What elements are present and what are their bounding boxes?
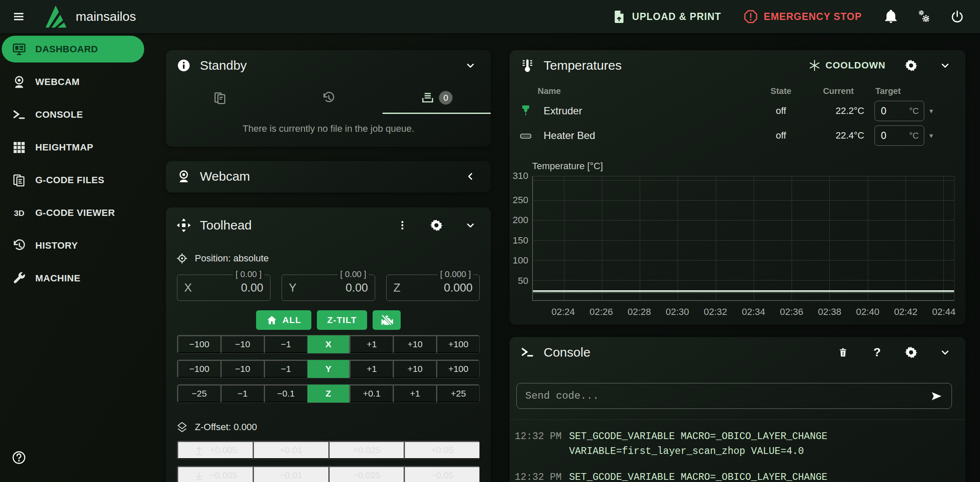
jog-y-button[interactable]: +1 xyxy=(350,360,393,378)
crosshairs-gps-icon xyxy=(176,252,188,264)
jog-z-button[interactable]: −0.1 xyxy=(264,385,308,403)
z-offset-down-button[interactable]: −0.025 xyxy=(329,466,405,482)
trash-icon[interactable] xyxy=(835,344,852,361)
arrow-down-to-line-icon xyxy=(194,470,205,481)
z-offset-down-button[interactable]: −0.01 xyxy=(253,466,329,482)
jog-y-button[interactable]: −100 xyxy=(177,360,221,378)
menu-icon[interactable] xyxy=(7,5,31,28)
z-position-field[interactable]: [ 0.000 ] Z 0.000 xyxy=(386,275,480,301)
console-input[interactable] xyxy=(525,390,929,402)
history-icon xyxy=(322,91,336,105)
jog-z-button[interactable]: +25 xyxy=(436,385,479,403)
sidebar-item-gcode-files[interactable]: G-CODE FILES xyxy=(0,167,144,193)
collapse-chevron-down-icon[interactable] xyxy=(937,344,954,361)
motors-off-button[interactable] xyxy=(373,310,401,330)
heater-bed-icon xyxy=(519,129,538,142)
console-icon xyxy=(11,107,26,122)
tab-files[interactable] xyxy=(166,86,274,110)
jog-y-button[interactable]: +100 xyxy=(436,360,479,378)
jog-x-button[interactable]: −1 xyxy=(264,335,308,353)
collapse-chevron-down-icon[interactable] xyxy=(462,57,479,74)
topbar: mainsailos UPLOAD & PRINT EMERGENCY STOP xyxy=(0,0,980,33)
sidebar-item-label: DASHBOARD xyxy=(35,44,98,55)
sidebar-item-history[interactable]: HISTORY xyxy=(0,232,144,259)
z-offset-up-button[interactable]: +0.025 xyxy=(329,441,405,459)
log-timestamp: 12:32 PM xyxy=(515,429,569,459)
expand-chevron-left-icon[interactable] xyxy=(462,168,479,185)
thermometer-icon xyxy=(520,58,535,73)
jog-z-button[interactable]: +0.1 xyxy=(350,385,393,403)
jog-z-button[interactable]: −25 xyxy=(177,385,221,403)
send-icon[interactable] xyxy=(929,389,944,403)
upload-and-print-button[interactable]: UPLOAD & PRINT xyxy=(612,10,721,24)
gear-icon[interactable] xyxy=(903,344,920,361)
notifications-bell-icon[interactable] xyxy=(879,5,903,28)
sidebar-item-label: WEBCAM xyxy=(35,77,80,88)
emergency-stop-button[interactable]: EMERGENCY STOP xyxy=(744,9,862,24)
sidebar-item-gcode-viewer[interactable]: 3D G-CODE VIEWER xyxy=(0,199,144,226)
console-log: 12:32 PM SET_GCODE_VARIABLE MACRO=_OBICO… xyxy=(510,420,966,482)
jog-x-button[interactable]: +100 xyxy=(436,335,479,353)
snowflake-icon xyxy=(809,60,820,71)
collapse-chevron-down-icon[interactable] xyxy=(462,217,479,234)
jog-x-button[interactable]: −100 xyxy=(177,335,221,353)
sidebar-item-label: G-CODE VIEWER xyxy=(35,207,115,218)
power-icon[interactable] xyxy=(945,5,969,28)
chart-x-axis: 02:24 02:26 02:28 02:30 02:32 02:34 02:3… xyxy=(532,306,954,318)
sidebar-item-machine[interactable]: MACHINE xyxy=(0,265,144,292)
jog-x-button[interactable]: +1 xyxy=(350,335,393,353)
z-offset-down-button[interactable]: −0.05 xyxy=(404,466,479,482)
queue-count-badge: 0 xyxy=(439,91,453,105)
extruder-target-input[interactable]: 0 °C xyxy=(875,101,924,121)
gear-icon[interactable] xyxy=(428,217,445,234)
sidebar-item-webcam[interactable]: WEBCAM xyxy=(0,68,144,95)
webcam-panel: Webcam xyxy=(166,161,491,193)
extruder-target-dropdown-icon[interactable]: ▾ xyxy=(929,107,933,115)
jog-z-button[interactable]: +1 xyxy=(393,385,436,403)
sidebar-item-dashboard[interactable]: DASHBOARD xyxy=(2,36,144,62)
console-panel: Console ? 12:32 PM SET_GCODE_VARIABLE MA… xyxy=(510,337,966,482)
tab-job-queue[interactable]: 0 xyxy=(382,86,491,110)
log-message: SET_GCODE_VARIABLE MACRO=_OBICO_LAYER_CH… xyxy=(569,470,955,482)
kebab-menu-icon[interactable] xyxy=(394,217,411,234)
tab-history[interactable] xyxy=(274,86,383,110)
z-offset-up-button[interactable]: +0.005 xyxy=(177,441,253,459)
brand-name: mainsailos xyxy=(76,9,136,24)
bed-target-dropdown-icon[interactable]: ▾ xyxy=(929,131,933,140)
webcam-icon xyxy=(11,74,26,89)
jog-y-button[interactable]: −1 xyxy=(264,360,308,378)
z-offset-down-button[interactable]: −0.005 xyxy=(177,466,253,482)
jog-y-button[interactable]: −10 xyxy=(221,360,264,378)
z-offset-up-button[interactable]: +0.05 xyxy=(404,441,479,459)
sidebar-item-label: G-CODE FILES xyxy=(35,175,104,186)
y-position-field[interactable]: [ 0.00 ] Y 0.00 xyxy=(282,275,375,301)
help-question-icon[interactable]: ? xyxy=(869,344,886,361)
layers-icon xyxy=(176,421,188,433)
x-position-field[interactable]: [ 0.00 ] X 0.00 xyxy=(177,275,271,301)
help-circle-icon[interactable] xyxy=(11,450,26,465)
heater-table-header: Name State Current Target xyxy=(510,83,966,99)
bed-target-input[interactable]: 0 °C xyxy=(875,125,924,146)
chart-title: Temperature [°C] xyxy=(532,161,603,172)
home-all-button[interactable]: ALL xyxy=(256,310,311,330)
gear-icon[interactable] xyxy=(903,57,920,74)
status-tabs: 0 xyxy=(166,86,491,110)
log-timestamp: 12:32 PM xyxy=(515,470,569,482)
home-icon xyxy=(266,315,277,326)
machine-settings-cogs-icon[interactable] xyxy=(912,5,936,28)
collapse-chevron-down-icon[interactable] xyxy=(937,57,954,74)
jog-y-button[interactable]: +10 xyxy=(393,360,436,378)
sidebar-item-heightmap[interactable]: HEIGHTMAP xyxy=(0,134,144,161)
jog-x-button[interactable]: +10 xyxy=(393,335,436,353)
z-offset-label: Z-Offset: 0.000 xyxy=(195,422,257,433)
cooldown-button[interactable]: COOLDOWN xyxy=(809,60,886,71)
z-tilt-button[interactable]: Z-TILT xyxy=(317,310,367,330)
sidebar-item-label: MACHINE xyxy=(35,273,80,284)
jog-z-button[interactable]: −1 xyxy=(221,385,264,403)
z-offset-up-button[interactable]: +0.01 xyxy=(253,441,329,459)
sidebar-item-console[interactable]: CONSOLE xyxy=(0,101,144,128)
jog-x-button[interactable]: −10 xyxy=(221,335,264,353)
jog-axis-label-y: Y xyxy=(308,360,350,378)
wrench-icon xyxy=(11,271,26,286)
z-offset-up-row: +0.005 +0.01 +0.025 +0.05 xyxy=(177,441,480,459)
